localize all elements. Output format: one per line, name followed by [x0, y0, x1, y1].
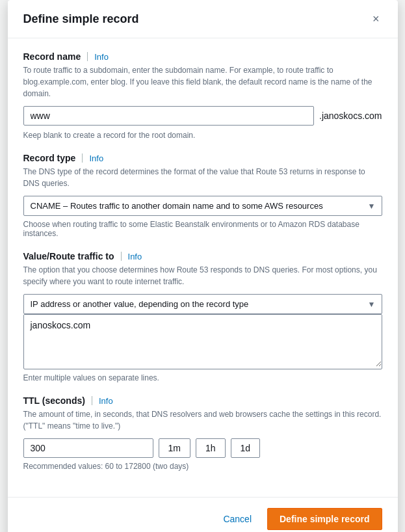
ttl-1d-button[interactable]: 1d	[231, 438, 261, 458]
modal-header: Define simple record ×	[8, 0, 398, 38]
ttl-label-row: TTL (seconds) Info	[23, 395, 382, 406]
record-type-select-wrapper: CNAME – Routes traffic to another domain…	[23, 196, 382, 216]
close-button[interactable]: ×	[370, 10, 382, 27]
pipe-divider	[87, 52, 88, 61]
record-name-hint: Keep blank to create a record for the ro…	[23, 131, 196, 140]
define-record-button[interactable]: Define simple record	[267, 508, 382, 530]
domain-suffix: .janoskocs.com	[319, 111, 382, 121]
pipe-divider-2	[82, 153, 83, 163]
ttl-input[interactable]	[23, 438, 153, 458]
record-type-section: Record type Info The DNS type of the rec…	[23, 153, 382, 238]
record-type-select[interactable]: CNAME – Routes traffic to another domain…	[23, 196, 382, 216]
ttl-info-link[interactable]: Info	[99, 396, 113, 406]
record-type-info-link[interactable]: Info	[89, 153, 103, 163]
ttl-1h-button[interactable]: 1h	[196, 438, 226, 458]
ttl-description: The amount of time, in seconds, that DNS…	[23, 408, 382, 432]
value-route-title: Value/Route traffic to	[23, 251, 114, 261]
cancel-button[interactable]: Cancel	[215, 510, 259, 528]
record-type-hint: Choose when routing traffic to some Elas…	[23, 220, 382, 238]
value-route-label-row: Value/Route traffic to Info	[23, 251, 382, 261]
record-name-description: To route traffic to a subdomain, enter t…	[23, 64, 382, 100]
record-name-label-row: Record name Info	[23, 51, 382, 62]
record-type-description: The DNS type of the record determines th…	[23, 166, 382, 189]
value-route-section: Value/Route traffic to Info The option t…	[23, 251, 382, 382]
ttl-section: TTL (seconds) Info The amount of time, i…	[23, 395, 382, 471]
ttl-controls-row: 1m 1h 1d	[23, 438, 382, 458]
value-textarea[interactable]: janoskocs.com	[24, 315, 382, 367]
modal-body: Record name Info To route traffic to a s…	[8, 38, 398, 497]
ttl-hint: Recommended values: 60 to 172800 (two da…	[23, 462, 382, 471]
record-type-title: Record type	[23, 153, 76, 163]
ttl-1m-button[interactable]: 1m	[159, 438, 190, 458]
value-route-description: The option that you choose determines ho…	[23, 264, 382, 287]
define-simple-record-modal: Define simple record × Record name Info …	[8, 0, 398, 532]
value-route-info-link[interactable]: Info	[128, 252, 142, 261]
record-name-input-row: .janoskocs.com	[23, 106, 382, 126]
value-route-select-wrapper: IP address or another value, depending o…	[23, 294, 382, 314]
pipe-divider-3	[121, 252, 122, 261]
value-textarea-wrapper: janoskocs.com	[23, 314, 382, 369]
modal-footer: Cancel Define simple record	[8, 497, 398, 532]
modal-title: Define simple record	[23, 12, 139, 26]
value-route-hint: Enter multiple values on separate lines.	[23, 373, 382, 382]
record-name-info-link[interactable]: Info	[94, 52, 109, 62]
pipe-divider-4	[92, 396, 92, 405]
record-name-title: Record name	[23, 51, 81, 62]
record-type-label-row: Record type Info	[23, 153, 382, 163]
record-name-input[interactable]	[23, 106, 315, 126]
value-route-select[interactable]: IP address or another value, depending o…	[23, 294, 382, 314]
ttl-title: TTL (seconds)	[23, 395, 85, 406]
record-name-section: Record name Info To route traffic to a s…	[23, 51, 382, 140]
